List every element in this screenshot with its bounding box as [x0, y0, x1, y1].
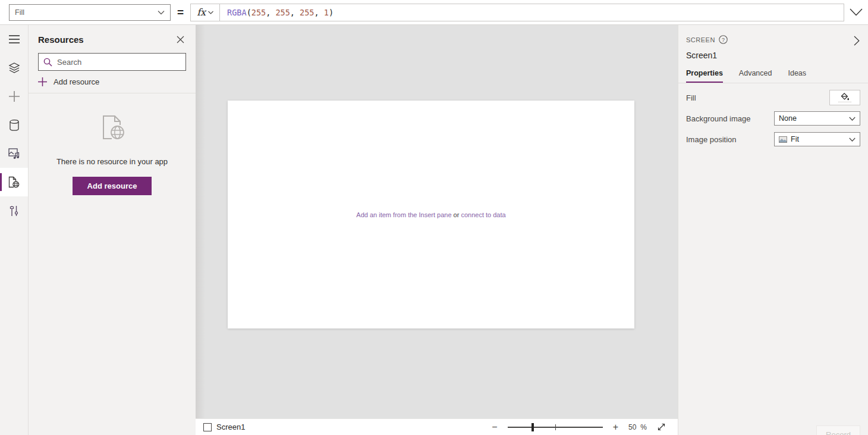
paint-bucket-icon	[841, 93, 850, 101]
advanced-tools-icon	[10, 205, 19, 217]
data-source-icon	[10, 120, 19, 131]
property-label: Background image	[686, 114, 750, 123]
insert-pane-link[interactable]: Add an item from the Insert pane	[356, 211, 451, 218]
screen-select-checkbox[interactable]	[203, 423, 212, 431]
formula-input[interactable]: RGBA(255, 255, 255, 1)	[220, 4, 844, 21]
resource-search-box	[38, 53, 186, 71]
image-thumbnail-icon	[779, 136, 787, 143]
screen-canvas[interactable]: Add an item from the Insert pane or conn…	[228, 101, 634, 328]
insert-plus-icon	[9, 91, 20, 102]
sidebar-item-advanced-tools[interactable]	[0, 196, 28, 225]
canvas-bottom-bar: Screen1 − + 50%	[196, 418, 678, 435]
zoom-slider[interactable]	[508, 423, 603, 432]
tree-view-icon	[8, 62, 20, 73]
dropdown-value: None	[779, 114, 845, 123]
properties-tabs: Properties Advanced Ideas	[678, 60, 868, 83]
tab-advanced[interactable]: Advanced	[739, 69, 772, 83]
chevron-right-icon	[854, 36, 860, 46]
formula-token: )	[329, 8, 334, 17]
sidebar-item-media[interactable]	[0, 139, 28, 168]
resources-icon	[8, 176, 20, 188]
zoom-out-button[interactable]: −	[492, 423, 497, 432]
formula-token: ,	[314, 8, 323, 17]
chevron-down-icon	[849, 137, 856, 142]
resources-empty-state: There is no resource in your app Add res…	[29, 93, 196, 195]
empty-state-message: There is no resource in your app	[56, 157, 168, 166]
canvas-hint: Add an item from the Insert pane or conn…	[228, 211, 634, 218]
resources-panel-title: Resources	[38, 35, 84, 45]
help-icon[interactable]: ?	[719, 35, 728, 44]
fit-to-window-button[interactable]	[657, 423, 666, 431]
svg-text:?: ?	[722, 37, 725, 43]
property-label: Fill	[686, 93, 696, 102]
search-icon	[43, 58, 52, 67]
background-image-dropdown[interactable]: None	[774, 111, 860, 126]
chevron-down-icon	[158, 10, 165, 15]
media-icon	[8, 148, 20, 159]
chevron-down-icon	[208, 11, 213, 14]
collapse-panel-button[interactable]	[854, 36, 860, 46]
add-resource-button[interactable]: Add resource	[73, 177, 152, 195]
zoom-slider-thumb[interactable]	[532, 423, 534, 431]
property-row-fill: Fill	[686, 90, 860, 105]
sidebar-item-data[interactable]	[0, 111, 28, 139]
sidebar-item-insert[interactable]	[0, 82, 28, 111]
document-globe-icon	[99, 114, 126, 141]
fx-dropdown[interactable]: fx	[191, 4, 220, 21]
selected-control-name: Screen1	[686, 51, 860, 60]
formula-bar-expand-button[interactable]	[844, 1, 868, 24]
add-resource-link[interactable]: Add resource	[38, 77, 186, 93]
hamburger-icon	[9, 35, 20, 43]
selected-control-type-label: SCREEN	[686, 36, 715, 43]
formula-token: ,	[290, 8, 300, 17]
image-position-dropdown[interactable]: Fit	[774, 132, 860, 146]
record-button[interactable]: Record	[816, 425, 860, 435]
property-selector[interactable]: Fill	[9, 4, 171, 21]
main-area: Resources Add resource	[0, 25, 868, 435]
plus-icon	[38, 77, 47, 86]
fx-icon: fx	[197, 7, 206, 18]
tab-ideas[interactable]: Ideas	[788, 69, 806, 83]
formula-box: fx RGBA(255, 255, 255, 1)	[190, 4, 844, 21]
formula-token: RGBA	[227, 8, 247, 17]
search-input[interactable]	[57, 58, 181, 67]
zoom-slider-tick	[555, 424, 556, 430]
fill-color-swatch	[838, 101, 851, 103]
property-label: Image position	[686, 135, 737, 144]
close-panel-button[interactable]	[174, 33, 186, 45]
properties-panel: SCREEN ? Screen1 Properties	[678, 25, 868, 435]
resources-panel: Resources Add resource	[29, 25, 196, 435]
property-selector-value: Fill	[15, 8, 24, 17]
expand-diagonal-icon	[657, 423, 666, 431]
zoom-in-button[interactable]: +	[613, 423, 618, 432]
property-row-image-position: Image position Fit	[686, 132, 860, 147]
chevron-down-icon	[849, 117, 856, 121]
formula-bar: Fill = fx RGBA(255, 255, 255, 1)	[0, 0, 868, 25]
formula-token: 255	[251, 8, 266, 17]
hamburger-menu-button[interactable]	[0, 25, 28, 54]
fill-color-button[interactable]	[829, 90, 860, 105]
equals-sign: =	[177, 6, 184, 19]
zoom-level-label: 50%	[628, 423, 647, 431]
formula-token: 1	[324, 8, 329, 17]
formula-token: 255	[300, 8, 314, 17]
dropdown-value: Fit	[791, 135, 845, 143]
sidebar-item-resources[interactable]	[0, 168, 28, 196]
powerapps-studio: Fill = fx RGBA(255, 255, 255, 1)	[0, 0, 868, 435]
left-nav-rail	[0, 25, 29, 435]
formula-token: (	[247, 8, 251, 17]
formula-token: 255	[275, 8, 290, 17]
canvas-workspace: Add an item from the Insert pane or conn…	[196, 25, 678, 435]
property-row-background-image: Background image None	[686, 111, 860, 126]
close-icon	[177, 36, 184, 43]
sidebar-item-tree-view[interactable]	[0, 54, 28, 82]
connect-to-data-link[interactable]: connect to data	[461, 211, 505, 218]
chevron-down-icon	[850, 8, 863, 16]
add-resource-link-label: Add resource	[54, 77, 99, 86]
tab-properties[interactable]: Properties	[686, 69, 723, 83]
screen-breadcrumb-label: Screen1	[216, 423, 245, 431]
formula-token: ,	[266, 8, 275, 17]
